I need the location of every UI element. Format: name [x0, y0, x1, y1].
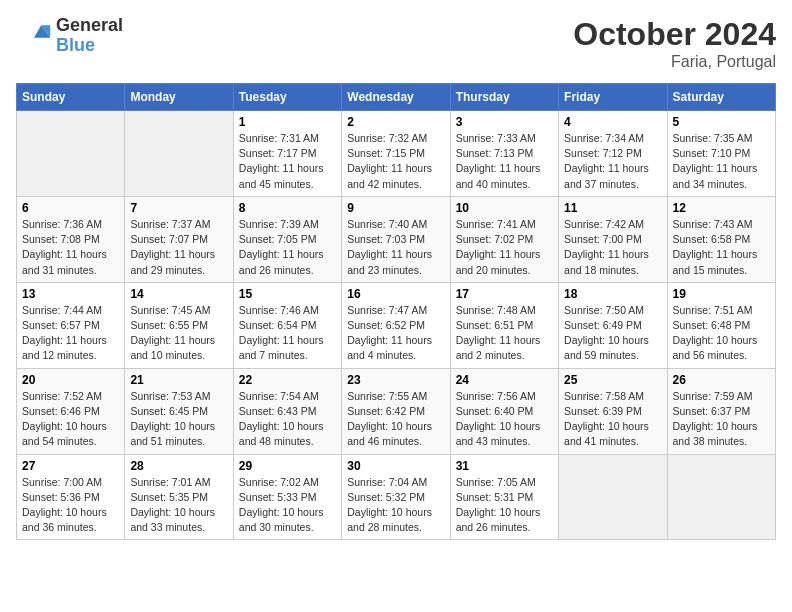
calendar-week-5: 27Sunrise: 7:00 AMSunset: 5:36 PMDayligh… [17, 454, 776, 540]
weekday-saturday: Saturday [667, 84, 775, 111]
day-number: 2 [347, 115, 444, 129]
day-number: 20 [22, 373, 119, 387]
day-info: Sunrise: 7:33 AMSunset: 7:13 PMDaylight:… [456, 131, 553, 192]
calendar-cell: 16Sunrise: 7:47 AMSunset: 6:52 PMDayligh… [342, 282, 450, 368]
day-info: Sunrise: 7:59 AMSunset: 6:37 PMDaylight:… [673, 389, 770, 450]
calendar-cell: 28Sunrise: 7:01 AMSunset: 5:35 PMDayligh… [125, 454, 233, 540]
weekday-wednesday: Wednesday [342, 84, 450, 111]
day-number: 21 [130, 373, 227, 387]
calendar-cell: 26Sunrise: 7:59 AMSunset: 6:37 PMDayligh… [667, 368, 775, 454]
day-number: 6 [22, 201, 119, 215]
day-number: 17 [456, 287, 553, 301]
day-info: Sunrise: 7:05 AMSunset: 5:31 PMDaylight:… [456, 475, 553, 536]
weekday-thursday: Thursday [450, 84, 558, 111]
day-number: 10 [456, 201, 553, 215]
calendar-cell: 31Sunrise: 7:05 AMSunset: 5:31 PMDayligh… [450, 454, 558, 540]
day-number: 8 [239, 201, 336, 215]
day-info: Sunrise: 7:44 AMSunset: 6:57 PMDaylight:… [22, 303, 119, 364]
calendar-subtitle: Faria, Portugal [573, 53, 776, 71]
day-number: 16 [347, 287, 444, 301]
day-number: 12 [673, 201, 770, 215]
calendar-header: SundayMondayTuesdayWednesdayThursdayFrid… [17, 84, 776, 111]
day-number: 7 [130, 201, 227, 215]
calendar-cell: 23Sunrise: 7:55 AMSunset: 6:42 PMDayligh… [342, 368, 450, 454]
calendar-cell: 18Sunrise: 7:50 AMSunset: 6:49 PMDayligh… [559, 282, 667, 368]
day-info: Sunrise: 7:36 AMSunset: 7:08 PMDaylight:… [22, 217, 119, 278]
weekday-monday: Monday [125, 84, 233, 111]
logo-icon [16, 18, 52, 54]
day-info: Sunrise: 7:37 AMSunset: 7:07 PMDaylight:… [130, 217, 227, 278]
logo-line2: Blue [56, 36, 123, 56]
calendar-cell: 20Sunrise: 7:52 AMSunset: 6:46 PMDayligh… [17, 368, 125, 454]
day-number: 28 [130, 459, 227, 473]
calendar-cell: 27Sunrise: 7:00 AMSunset: 5:36 PMDayligh… [17, 454, 125, 540]
calendar-week-3: 13Sunrise: 7:44 AMSunset: 6:57 PMDayligh… [17, 282, 776, 368]
day-number: 5 [673, 115, 770, 129]
calendar-cell: 19Sunrise: 7:51 AMSunset: 6:48 PMDayligh… [667, 282, 775, 368]
day-info: Sunrise: 7:01 AMSunset: 5:35 PMDaylight:… [130, 475, 227, 536]
day-info: Sunrise: 7:48 AMSunset: 6:51 PMDaylight:… [456, 303, 553, 364]
day-number: 4 [564, 115, 661, 129]
calendar-title: October 2024 [573, 16, 776, 53]
day-number: 3 [456, 115, 553, 129]
calendar-week-2: 6Sunrise: 7:36 AMSunset: 7:08 PMDaylight… [17, 196, 776, 282]
logo-text: General Blue [56, 16, 123, 56]
day-number: 13 [22, 287, 119, 301]
calendar-cell: 22Sunrise: 7:54 AMSunset: 6:43 PMDayligh… [233, 368, 341, 454]
day-number: 19 [673, 287, 770, 301]
day-number: 26 [673, 373, 770, 387]
calendar-cell: 6Sunrise: 7:36 AMSunset: 7:08 PMDaylight… [17, 196, 125, 282]
day-info: Sunrise: 7:53 AMSunset: 6:45 PMDaylight:… [130, 389, 227, 450]
day-number: 9 [347, 201, 444, 215]
day-number: 29 [239, 459, 336, 473]
day-info: Sunrise: 7:35 AMSunset: 7:10 PMDaylight:… [673, 131, 770, 192]
calendar-week-4: 20Sunrise: 7:52 AMSunset: 6:46 PMDayligh… [17, 368, 776, 454]
calendar-cell: 12Sunrise: 7:43 AMSunset: 6:58 PMDayligh… [667, 196, 775, 282]
calendar-cell: 29Sunrise: 7:02 AMSunset: 5:33 PMDayligh… [233, 454, 341, 540]
calendar-cell [559, 454, 667, 540]
weekday-sunday: Sunday [17, 84, 125, 111]
calendar-cell: 5Sunrise: 7:35 AMSunset: 7:10 PMDaylight… [667, 111, 775, 197]
day-number: 24 [456, 373, 553, 387]
day-info: Sunrise: 7:54 AMSunset: 6:43 PMDaylight:… [239, 389, 336, 450]
page-header: General Blue October 2024 Faria, Portuga… [16, 16, 776, 71]
day-info: Sunrise: 7:55 AMSunset: 6:42 PMDaylight:… [347, 389, 444, 450]
day-number: 1 [239, 115, 336, 129]
weekday-tuesday: Tuesday [233, 84, 341, 111]
day-number: 14 [130, 287, 227, 301]
calendar-cell: 30Sunrise: 7:04 AMSunset: 5:32 PMDayligh… [342, 454, 450, 540]
calendar-cell: 8Sunrise: 7:39 AMSunset: 7:05 PMDaylight… [233, 196, 341, 282]
day-info: Sunrise: 7:46 AMSunset: 6:54 PMDaylight:… [239, 303, 336, 364]
day-info: Sunrise: 7:45 AMSunset: 6:55 PMDaylight:… [130, 303, 227, 364]
day-info: Sunrise: 7:50 AMSunset: 6:49 PMDaylight:… [564, 303, 661, 364]
calendar-cell [125, 111, 233, 197]
day-number: 18 [564, 287, 661, 301]
calendar-cell: 1Sunrise: 7:31 AMSunset: 7:17 PMDaylight… [233, 111, 341, 197]
day-info: Sunrise: 7:56 AMSunset: 6:40 PMDaylight:… [456, 389, 553, 450]
calendar-cell: 14Sunrise: 7:45 AMSunset: 6:55 PMDayligh… [125, 282, 233, 368]
day-info: Sunrise: 7:02 AMSunset: 5:33 PMDaylight:… [239, 475, 336, 536]
day-info: Sunrise: 7:42 AMSunset: 7:00 PMDaylight:… [564, 217, 661, 278]
day-info: Sunrise: 7:41 AMSunset: 7:02 PMDaylight:… [456, 217, 553, 278]
day-info: Sunrise: 7:04 AMSunset: 5:32 PMDaylight:… [347, 475, 444, 536]
calendar-cell: 10Sunrise: 7:41 AMSunset: 7:02 PMDayligh… [450, 196, 558, 282]
weekday-friday: Friday [559, 84, 667, 111]
day-info: Sunrise: 7:40 AMSunset: 7:03 PMDaylight:… [347, 217, 444, 278]
calendar-cell: 17Sunrise: 7:48 AMSunset: 6:51 PMDayligh… [450, 282, 558, 368]
calendar-cell: 21Sunrise: 7:53 AMSunset: 6:45 PMDayligh… [125, 368, 233, 454]
day-number: 15 [239, 287, 336, 301]
calendar-cell: 13Sunrise: 7:44 AMSunset: 6:57 PMDayligh… [17, 282, 125, 368]
calendar-cell [17, 111, 125, 197]
calendar-cell: 3Sunrise: 7:33 AMSunset: 7:13 PMDaylight… [450, 111, 558, 197]
day-info: Sunrise: 7:47 AMSunset: 6:52 PMDaylight:… [347, 303, 444, 364]
calendar-cell: 24Sunrise: 7:56 AMSunset: 6:40 PMDayligh… [450, 368, 558, 454]
calendar-cell: 15Sunrise: 7:46 AMSunset: 6:54 PMDayligh… [233, 282, 341, 368]
calendar-cell: 9Sunrise: 7:40 AMSunset: 7:03 PMDaylight… [342, 196, 450, 282]
logo: General Blue [16, 16, 123, 56]
day-info: Sunrise: 7:32 AMSunset: 7:15 PMDaylight:… [347, 131, 444, 192]
logo-line1: General [56, 16, 123, 36]
day-number: 22 [239, 373, 336, 387]
weekday-header-row: SundayMondayTuesdayWednesdayThursdayFrid… [17, 84, 776, 111]
calendar-cell: 2Sunrise: 7:32 AMSunset: 7:15 PMDaylight… [342, 111, 450, 197]
day-info: Sunrise: 7:58 AMSunset: 6:39 PMDaylight:… [564, 389, 661, 450]
